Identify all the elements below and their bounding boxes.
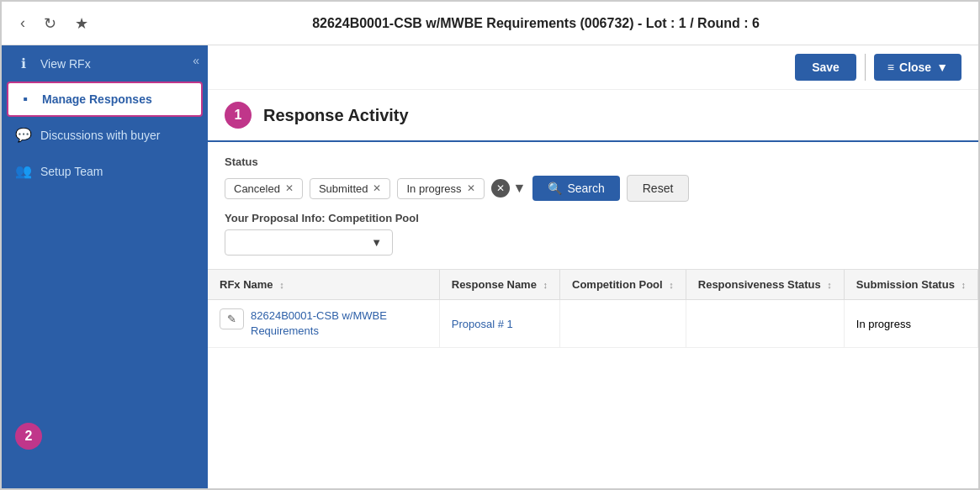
content-area: Save ≡ Close ▼ 1 Response Activity Statu…: [208, 45, 978, 490]
sort-rfx-name-icon[interactable]: ↕: [279, 280, 284, 290]
star-button[interactable]: ★: [70, 11, 93, 36]
sort-competition-pool-icon[interactable]: ↕: [669, 280, 674, 290]
main-layout: « ℹ View RFx ▪ Manage Responses 💬 Discus…: [2, 45, 978, 490]
sidebar-item-label: Manage Responses: [42, 92, 152, 106]
competition-pool-header-label: Competition Pool: [572, 278, 663, 291]
col-header-competition-pool: Competition Pool ↕: [560, 270, 686, 300]
submission-status-header-label: Submission Status: [856, 278, 955, 291]
proposal-info-label: Your Proposal Info: Competition Pool: [225, 212, 961, 224]
search-icon: 🔍: [548, 182, 562, 195]
filter-row: Canceled ✕ Submitted ✕ In progress ✕ ✕ ▼…: [225, 175, 961, 202]
info-icon: ℹ: [15, 55, 32, 71]
clear-circle-icon: ✕: [491, 179, 510, 198]
submitted-tag-label: Submitted: [319, 182, 368, 195]
sort-response-name-icon[interactable]: ↕: [543, 280, 548, 290]
responsiveness-status-cell: [686, 300, 844, 348]
content-header: Save ≡ Close ▼: [208, 45, 978, 90]
close-button[interactable]: ≡ Close ▼: [874, 54, 961, 81]
title-bar: ‹ ↻ ★ 82624B0001-CSB w/MWBE Requirements…: [2, 2, 978, 45]
team-icon: 👥: [15, 163, 32, 179]
submission-status-cell: In progress: [844, 300, 977, 348]
filter-tag-canceled: Canceled ✕: [225, 178, 303, 199]
sidebar-item-label: View RFx: [40, 57, 91, 71]
response-activity-header: 1 Response Activity: [208, 90, 978, 142]
sidebar-item-label: Discussions with buyer: [40, 129, 160, 142]
sort-submission-status-icon[interactable]: ↕: [961, 280, 967, 290]
close-icon: ≡: [887, 61, 894, 74]
remove-inprogress-button[interactable]: ✕: [467, 182, 475, 194]
responsiveness-status-header-label: Responsiveness Status: [698, 278, 821, 291]
response-name-header-label: Response Name: [452, 278, 537, 291]
sidebar-collapse-button[interactable]: «: [193, 54, 199, 67]
filter-tag-inprogress: In progress ✕: [397, 178, 484, 199]
page-title: 82624B0001-CSB w/MWBE Requirements (0067…: [107, 16, 965, 31]
rfx-name-header-label: RFx Name: [220, 278, 273, 291]
close-label: Close: [899, 61, 931, 74]
chevron-down-icon: ▼: [371, 236, 382, 249]
search-label: Search: [567, 182, 604, 195]
sidebar-item-manage-responses[interactable]: ▪ Manage Responses: [7, 82, 203, 117]
search-button[interactable]: 🔍 Search: [532, 176, 619, 201]
header-divider: [865, 54, 866, 81]
response-table: RFx Name ↕ Response Name ↕ Competition P…: [208, 270, 978, 348]
sort-responsiveness-status-icon[interactable]: ↕: [827, 280, 832, 290]
filter-dropdown-button[interactable]: ▼: [513, 181, 527, 196]
sidebar-item-discussions[interactable]: 💬 Discussions with buyer: [2, 117, 208, 153]
proposal-dropdown[interactable]: ▼: [225, 229, 393, 256]
step-badge-2: 2: [15, 423, 42, 450]
col-header-response-name: Response Name ↕: [439, 270, 559, 300]
inprogress-tag-label: In progress: [406, 182, 461, 195]
col-header-submission-status: Submission Status ↕: [844, 270, 977, 300]
folder-icon: ▪: [17, 92, 34, 107]
proposal-info-row: Your Proposal Info: Competition Pool ▼: [225, 212, 961, 256]
back-button[interactable]: ‹: [15, 11, 30, 35]
save-button[interactable]: Save: [795, 54, 856, 81]
history-button[interactable]: ↻: [39, 11, 61, 36]
response-activity-title: Response Activity: [263, 106, 409, 125]
col-header-rfx-name: RFx Name ↕: [208, 270, 439, 300]
filter-tag-submitted: Submitted ✕: [310, 178, 391, 199]
close-chevron-icon: ▼: [936, 61, 948, 74]
col-header-responsiveness-status: Responsiveness Status ↕: [686, 270, 844, 300]
response-name-cell: Proposal # 1: [439, 300, 559, 348]
rfx-name-cell: ✎ 82624B0001-CSB w/MWBE Requirements: [208, 300, 439, 348]
remove-submitted-button[interactable]: ✕: [373, 182, 381, 194]
chat-icon: 💬: [15, 127, 32, 143]
table-header-row: RFx Name ↕ Response Name ↕ Competition P…: [208, 270, 978, 300]
nav-controls: ‹ ↻ ★: [15, 11, 93, 36]
reset-button[interactable]: Reset: [627, 175, 690, 202]
sidebar-item-setup-team[interactable]: 👥 Setup Team: [2, 153, 208, 189]
sidebar: « ℹ View RFx ▪ Manage Responses 💬 Discus…: [2, 45, 208, 490]
sidebar-item-label: Setup Team: [40, 165, 103, 178]
clear-all-button[interactable]: ✕ ▼: [491, 179, 527, 198]
status-filter-label: Status: [225, 155, 961, 168]
table-row: ✎ 82624B0001-CSB w/MWBE Requirements Pro…: [208, 300, 978, 348]
step-badge-1: 1: [225, 102, 252, 129]
remove-canceled-button[interactable]: ✕: [285, 182, 294, 194]
edit-row-button[interactable]: ✎: [220, 308, 244, 329]
competition-pool-cell: [560, 300, 686, 348]
response-name-link[interactable]: Proposal # 1: [452, 318, 513, 330]
sidebar-item-view-rfx[interactable]: ℹ View RFx: [2, 45, 208, 82]
table-section: RFx Name ↕ Response Name ↕ Competition P…: [208, 270, 978, 490]
filter-section: Status Canceled ✕ Submitted ✕ In progres…: [208, 142, 978, 270]
canceled-tag-label: Canceled: [234, 182, 280, 195]
rfx-name-value: 82624B0001-CSB w/MWBE Requirements: [251, 308, 427, 339]
